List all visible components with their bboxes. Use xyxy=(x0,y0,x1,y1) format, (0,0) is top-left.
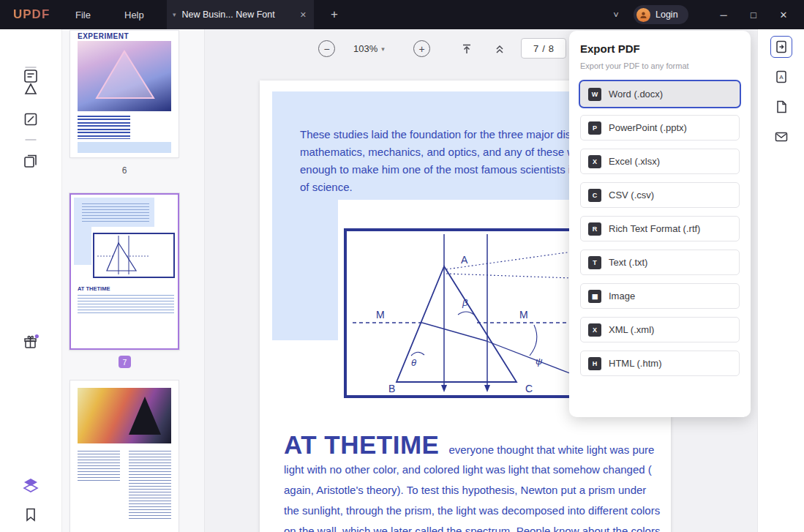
zoom-in-button[interactable]: + xyxy=(413,40,430,57)
tab-title: New Busin... New Font xyxy=(182,10,294,20)
text-line: of science. xyxy=(300,179,581,196)
total-pages: 8 xyxy=(549,43,554,54)
export-option-label: XML (.xml) xyxy=(609,324,654,335)
export-option-label: HTML (.htm) xyxy=(609,358,661,369)
thumbnail-page-7-selected[interactable]: AT THETIME xyxy=(69,193,179,350)
export-option-html[interactable]: H HTML (.htm) xyxy=(580,351,740,376)
titlebar-chevron-down-icon[interactable]: ˅ xyxy=(607,0,625,29)
export-option-label: Image xyxy=(609,291,635,301)
export-option-csv[interactable]: C CSV (.csv) xyxy=(580,182,740,208)
menu-help[interactable]: Help xyxy=(117,0,151,29)
tab-dropdown-icon[interactable]: ▾ xyxy=(173,11,176,18)
comment-tool-icon[interactable] xyxy=(18,77,43,102)
thumbnail-panel: EXPERIMENT 6 AT THETIME 7 xyxy=(62,29,205,532)
diagram-angle-psi: ψ xyxy=(536,356,543,367)
thumb7-paragraph-lines xyxy=(78,295,174,315)
new-tab-button[interactable]: + xyxy=(325,0,344,29)
export-option-label: Excel (.xlsx) xyxy=(609,156,660,167)
bookmark-icon[interactable] xyxy=(18,502,43,527)
diagram-angle-beta: β xyxy=(462,297,468,308)
zoom-level-value: 103% xyxy=(353,43,377,54)
tab-close-icon[interactable]: ✕ xyxy=(300,10,307,20)
text-line: enough to make him one of the most famou… xyxy=(300,161,581,179)
thumb7-heading: AT THETIME xyxy=(78,285,110,292)
thumbnail-page-6[interactable]: EXPERIMENT xyxy=(70,31,179,157)
thumb7-page-number-badge: 7 xyxy=(119,356,131,368)
export-panel-title: Export PDF xyxy=(580,42,740,55)
minimize-button[interactable]: ─ xyxy=(710,0,737,29)
maximize-button[interactable]: □ xyxy=(740,0,767,29)
diagram-label-c: C xyxy=(525,383,533,394)
layers-icon[interactable] xyxy=(18,473,43,498)
gift-icon[interactable] xyxy=(18,330,43,355)
export-format-list: W Word (.docx) P PowerPoint (.pptx) X Ex… xyxy=(580,81,740,376)
intro-paragraph: These studies laid the foundation for th… xyxy=(300,126,581,196)
close-window-button[interactable]: ✕ xyxy=(770,0,797,29)
zoom-chevron-down-icon: ▾ xyxy=(381,45,385,53)
powerpoint-file-icon: P xyxy=(588,121,601,135)
text-line: again, Aristotle's theory). To test this… xyxy=(284,480,660,501)
document-tab[interactable]: ▾ New Busin... New Font ✕ xyxy=(167,0,314,29)
page-separator: / xyxy=(542,43,545,54)
updf-app-window: UPDF File Help ▾ New Busin... New Font ✕… xyxy=(0,0,804,532)
updf-logo: UPDF xyxy=(13,7,50,22)
menu-file[interactable]: File xyxy=(68,0,98,29)
login-label: Login xyxy=(655,10,678,20)
document-icon[interactable] xyxy=(770,96,792,118)
export-option-rtf[interactable]: R Rich Text Format (.rtf) xyxy=(580,216,740,241)
current-page: 7 xyxy=(533,43,538,54)
page-number-input[interactable]: 7 / 8 xyxy=(521,38,566,59)
right-tool-rail: A xyxy=(757,29,804,532)
thumb8-text-column xyxy=(129,451,171,521)
thumb6-experiment-title: EXPERIMENT xyxy=(78,32,129,40)
diagram-label-a: A xyxy=(461,254,468,266)
rtf-file-icon: R xyxy=(588,222,601,236)
diagram-label-m-right: M xyxy=(519,309,528,321)
thumb6-text-block xyxy=(78,116,130,139)
edit-tool-icon[interactable] xyxy=(18,107,43,132)
text-line: the sunlight, through the prism, the lig… xyxy=(284,501,660,521)
diagram-label-b: B xyxy=(388,383,395,394)
thumbnail-page-8[interactable] xyxy=(70,381,179,532)
organize-pages-icon[interactable] xyxy=(18,149,43,173)
export-option-label: Rich Text Format (.rtf) xyxy=(609,223,700,234)
export-option-xml[interactable]: X XML (.xml) xyxy=(580,317,740,342)
pdfa-icon[interactable]: A xyxy=(770,66,792,88)
thumb7-paragraph-lines xyxy=(82,203,149,222)
word-file-icon: W xyxy=(588,88,601,101)
export-option-label: CSV (.csv) xyxy=(609,190,654,201)
export-pdf-icon[interactable] xyxy=(770,36,792,58)
excel-file-icon: X xyxy=(588,155,601,168)
export-option-text[interactable]: T Text (.txt) xyxy=(580,250,740,275)
collapse-toolbar-button[interactable] xyxy=(492,41,508,57)
csv-file-icon: C xyxy=(588,189,601,202)
export-option-powerpoint[interactable]: P PowerPoint (.pptx) xyxy=(580,115,740,141)
thumb6-page-number: 6 xyxy=(70,165,179,176)
user-avatar xyxy=(636,8,650,22)
thumb8-text-column xyxy=(78,451,120,483)
app-body: EXPERIMENT 6 AT THETIME 7 xyxy=(0,29,804,532)
left-tool-rail xyxy=(0,29,62,532)
export-option-image[interactable]: ▦ Image xyxy=(580,283,740,309)
image-file-icon: ▦ xyxy=(588,290,601,303)
thumb7-diagram xyxy=(93,233,175,278)
svg-text:A: A xyxy=(779,74,784,80)
zoom-out-button[interactable]: − xyxy=(318,40,335,57)
zoom-level-dropdown[interactable]: 103% ▾ xyxy=(353,40,385,57)
text-line: These studies laid the foundation for th… xyxy=(300,126,581,143)
thumb8-spectrum-photo xyxy=(78,388,171,443)
page-heading: AT THETIME xyxy=(284,430,439,460)
diagram-angle-theta: θ xyxy=(411,357,416,368)
document-area: − 103% ▾ + 7 / 8 These stud xyxy=(205,29,757,532)
text-line: on the wall, which we later called the s… xyxy=(284,521,660,532)
thumb6-footer-band xyxy=(78,142,171,153)
export-option-excel[interactable]: X Excel (.xlsx) xyxy=(580,149,740,174)
text-line: light with no other color, and colored l… xyxy=(284,460,660,480)
diagram-label-m-left: M xyxy=(376,309,385,321)
login-button[interactable]: Login xyxy=(634,5,688,24)
mail-icon[interactable] xyxy=(770,126,792,148)
scroll-to-top-button[interactable] xyxy=(459,41,475,57)
export-panel-subtitle: Export your PDF to any format xyxy=(580,61,740,70)
export-option-word[interactable]: W Word (.docx) xyxy=(580,81,740,107)
heading-inline-text: everyone thought that white light was pu… xyxy=(448,443,654,456)
